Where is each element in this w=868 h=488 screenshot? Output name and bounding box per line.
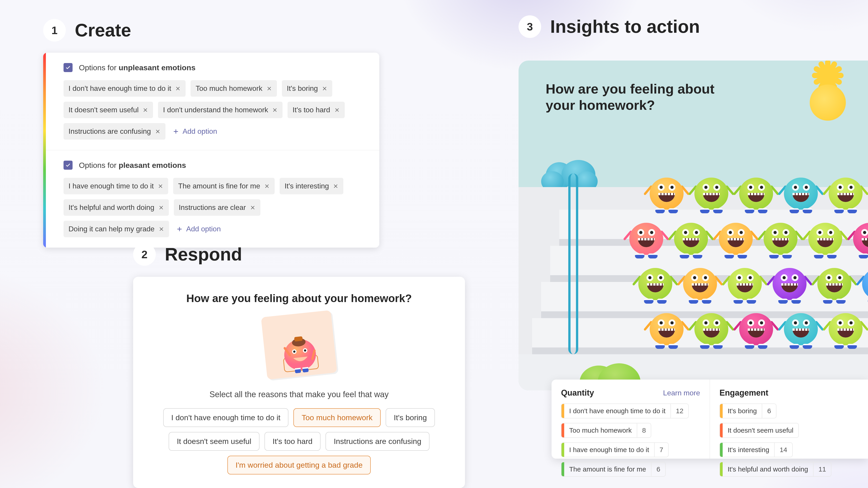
option-chip[interactable]: Too much homework <box>191 80 277 97</box>
check-icon <box>65 162 71 168</box>
insight-bar-count: 7 <box>654 443 669 457</box>
engagement-column: Engagement It's boring6It doesn't seem u… <box>710 380 868 459</box>
reason-pill[interactable]: It doesn't seem useful <box>168 432 259 451</box>
monster-grid <box>616 173 868 354</box>
insight-bar-label: It's boring <box>723 404 762 418</box>
learn-more-link[interactable]: Learn more <box>663 389 700 397</box>
unpleasant-section: Options for unpleasant emotions I don't … <box>43 53 379 150</box>
close-icon[interactable] <box>250 205 255 210</box>
reason-pill[interactable]: I don't have enough time to do it <box>163 408 289 427</box>
insight-bar[interactable]: I don't have enough time to do it12 <box>561 403 689 418</box>
insight-bar-count: 6 <box>762 404 776 418</box>
close-icon[interactable] <box>272 107 278 113</box>
option-chip[interactable]: Instructions are clear <box>174 199 260 216</box>
monster-illustration <box>827 173 865 212</box>
chip-label: I have enough time to do it <box>68 182 154 190</box>
insight-bar-label: Too much homework <box>564 423 637 437</box>
option-chip[interactable]: It's helpful and worth doing <box>64 199 169 216</box>
insights-question-l2: your homework? <box>546 98 655 113</box>
monster-illustration <box>827 309 865 348</box>
insight-bar[interactable]: The amount is fine for me6 <box>561 462 666 477</box>
close-icon[interactable] <box>267 86 272 91</box>
insight-bar[interactable]: It's boring6 <box>719 403 776 418</box>
insight-bar-label: It's helpful and worth doing <box>723 462 813 476</box>
close-icon[interactable] <box>334 107 340 113</box>
unpleasant-checkbox[interactable] <box>64 63 72 72</box>
monster-illustration <box>851 219 868 257</box>
check-icon <box>65 65 71 70</box>
close-icon[interactable] <box>158 205 164 210</box>
quantity-column: Quantity Learn more I don't have enough … <box>552 380 710 459</box>
engagement-title: Engagement <box>719 388 768 398</box>
feeling-card[interactable]: Tired <box>261 310 337 380</box>
monster-illustration <box>647 309 686 348</box>
option-chip[interactable]: It's interesting <box>280 178 343 194</box>
option-chip[interactable]: The amount is fine for me <box>173 178 275 194</box>
insight-bar[interactable]: It doesn't seem useful <box>719 423 799 438</box>
chip-label: It's helpful and worth doing <box>68 203 154 212</box>
unpleasant-label-prefix: Options for <box>79 63 119 72</box>
respond-pill-row: I don't have enough time to do itToo muc… <box>147 408 452 475</box>
chip-label: I don't have enough time to do it <box>68 84 171 93</box>
insight-bar[interactable]: It's interesting14 <box>719 442 793 457</box>
add-option-button[interactable]: Add option <box>174 221 223 237</box>
option-chip[interactable]: Instructions are confusing <box>64 123 165 140</box>
add-option-button[interactable]: Add option <box>170 123 219 140</box>
respond-card: How are you feeling about your homework?… <box>133 277 465 488</box>
monster-illustration <box>672 219 710 257</box>
monster-illustration <box>725 264 764 302</box>
svg-rect-2 <box>294 336 303 341</box>
monster-illustration <box>806 219 844 257</box>
insights-question: How are you feeling about your homework? <box>546 81 715 113</box>
tired-monster-illustration <box>277 328 322 377</box>
reason-pill[interactable]: Instructions are confusing <box>326 432 429 451</box>
chip-label: It's boring <box>287 84 318 93</box>
add-option-label: Add option <box>186 225 221 233</box>
pleasant-checkbox[interactable] <box>64 161 72 170</box>
unpleasant-label-bold: unpleasant emotions <box>119 63 195 72</box>
insight-bar[interactable]: Too much homework8 <box>561 423 651 438</box>
close-icon[interactable] <box>175 86 181 91</box>
option-chip[interactable]: I have enough time to do it <box>64 178 168 194</box>
chip-label: It's too hard <box>292 106 330 114</box>
reason-pill[interactable]: It's too hard <box>265 432 321 451</box>
option-chip[interactable]: I don't have enough time to do it <box>64 80 186 97</box>
option-chip[interactable]: It doesn't seem useful <box>64 102 153 118</box>
create-options-card: Options for unpleasant emotions I don't … <box>43 53 379 248</box>
monster-illustration <box>681 264 719 302</box>
chip-label: It doesn't seem useful <box>68 106 138 114</box>
reason-pill[interactable]: Too much homework <box>293 408 381 427</box>
option-chip[interactable]: I don't understand the homework <box>158 102 283 118</box>
close-icon[interactable] <box>159 226 164 232</box>
insight-bar-stripe <box>720 423 723 437</box>
close-icon[interactable] <box>158 184 163 189</box>
reason-pill[interactable]: I'm worried about getting a bad grade <box>227 456 371 475</box>
step-2-number: 2 <box>133 243 156 266</box>
stairs-illustration <box>519 187 868 390</box>
option-chip[interactable]: It's boring <box>282 80 333 97</box>
close-icon[interactable] <box>333 184 338 189</box>
insight-bar[interactable]: I have enough time to do it7 <box>561 442 669 457</box>
close-icon[interactable] <box>143 107 148 113</box>
insight-bar-stripe <box>561 423 564 437</box>
step-2-heading: 2 Respond <box>133 243 242 266</box>
insight-bar-stripe <box>561 443 564 457</box>
option-chip[interactable]: It's too hard <box>287 102 344 118</box>
option-chip[interactable]: Doing it can help my grade <box>64 221 169 237</box>
close-icon[interactable] <box>155 129 160 134</box>
insight-bar-label: It's interesting <box>723 443 774 457</box>
monster-illustration <box>737 173 775 212</box>
step-1-number: 1 <box>43 19 66 41</box>
insight-bar-count: 11 <box>813 462 831 476</box>
quantity-title: Quantity <box>561 388 594 398</box>
insight-bar-stripe <box>720 404 723 418</box>
reason-pill[interactable]: It's boring <box>385 408 435 427</box>
close-icon[interactable] <box>264 184 270 189</box>
insight-bar[interactable]: It's helpful and worth doing11 <box>719 462 831 477</box>
step-3-heading: 3 Insights to action <box>519 15 700 38</box>
chip-label: It's interesting <box>285 182 329 190</box>
pleasant-label-bold: pleasant emotions <box>119 161 186 169</box>
rainbow-accent <box>43 53 46 248</box>
close-icon[interactable] <box>322 86 327 91</box>
monster-illustration <box>770 264 809 302</box>
